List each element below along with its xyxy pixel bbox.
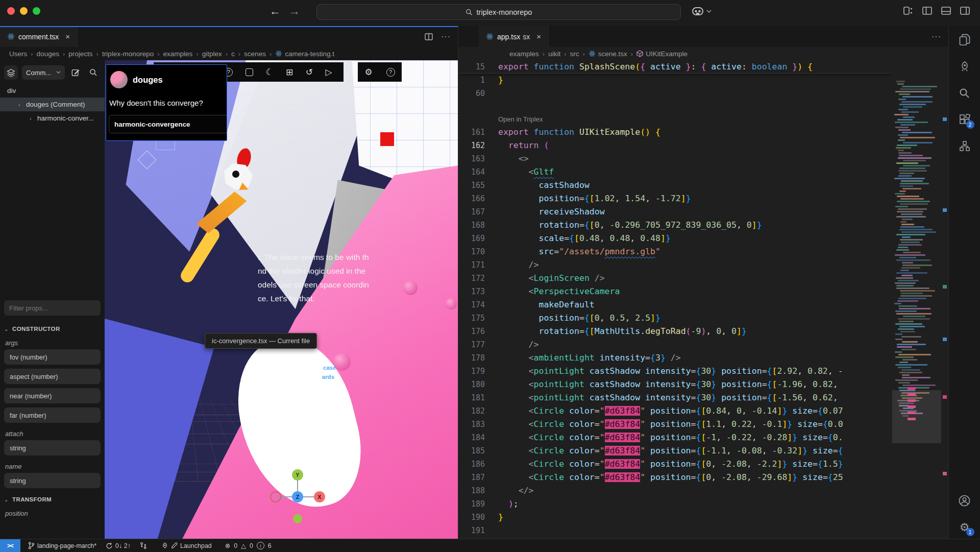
minimap-slider[interactable] — [892, 390, 941, 443]
split-editor-icon[interactable] — [425, 33, 433, 40]
customize-layout-icon[interactable] — [903, 7, 913, 15]
code-line[interactable]: 161export function UIKitExample() { — [458, 126, 892, 139]
minimize-window-button[interactable] — [20, 7, 28, 15]
code-line[interactable]: 167 receiveShadow — [458, 205, 892, 219]
zoom-window-button[interactable] — [33, 7, 40, 15]
code-line[interactable]: 189 ); — [458, 497, 892, 511]
code-line[interactable]: 163 <> — [458, 152, 892, 165]
comment-popup[interactable]: douges Why doesn't this converge? harmon… — [106, 64, 227, 141]
new-comment-button[interactable] — [69, 65, 83, 80]
breadcrumb-item[interactable]: Users — [9, 50, 27, 58]
code-line[interactable]: 182 <Circle color="#d63f84" position={[0… — [458, 404, 892, 418]
grid-icon[interactable]: ⊞ — [286, 67, 293, 77]
references-button[interactable] — [958, 139, 971, 153]
prop-field-far-number-[interactable]: far (number) — [4, 407, 101, 423]
code-line[interactable]: 170 src="/assets/pmndrs.glb" — [458, 245, 892, 258]
code-line[interactable]: 166 position={[1.02, 1.54, -1.72]} — [458, 192, 892, 205]
code-line[interactable]: 185 <Circle color="#d63f84" position={[-… — [458, 444, 892, 458]
tree-item-div[interactable]: div — [0, 84, 105, 98]
code-editor[interactable]: 15export function SplashScene({ active }… — [458, 60, 892, 539]
frame-icon[interactable] — [246, 68, 253, 76]
axis-y[interactable]: Y — [292, 469, 303, 481]
breadcrumb-item[interactable]: gitplex — [202, 50, 222, 58]
scene-viewport[interactable]: ↺▷⚙?☾⊞↺▷ ⚙? douges Why doesn't this conv… — [105, 60, 458, 539]
remote-indicator[interactable]: >< — [0, 539, 20, 552]
sticky-code-line[interactable]: 15export function SplashScene({ active }… — [458, 60, 892, 74]
code-line[interactable]: 191 — [458, 524, 892, 537]
code-line[interactable]: 172 <LoginScreen /> — [458, 272, 892, 285]
code-line[interactable]: 162 return ( — [458, 139, 892, 152]
breadcrumb-item[interactable]: c — [231, 50, 235, 58]
code-line[interactable]: 176 rotation={[MathUtils.degToRad(-9), 0… — [458, 325, 892, 338]
toggle-panel-icon[interactable] — [941, 7, 951, 15]
breadcrumb-item[interactable]: examples — [509, 50, 539, 58]
extensions-button[interactable]: 2 — [958, 113, 971, 126]
toggle-secondary-sidebar-icon[interactable] — [960, 7, 970, 15]
code-line[interactable]: 173 <PerspectiveCamera — [458, 285, 892, 298]
axis-gizmo[interactable]: Y X Z — [267, 466, 328, 527]
play-icon[interactable]: ▷ — [326, 67, 332, 77]
code-line[interactable]: 165 castShadow — [458, 179, 892, 192]
prop-field-fov-number-[interactable]: fov (number) — [4, 349, 101, 365]
more-actions-icon[interactable]: ··· — [932, 32, 941, 41]
profile-menu[interactable] — [691, 6, 712, 17]
breadcrumb-item[interactable]: scenes — [244, 50, 266, 58]
forward-button[interactable]: → — [289, 5, 300, 18]
comment-file-chip[interactable]: harmonic-convergence — [109, 115, 227, 133]
search-button[interactable] — [958, 86, 971, 100]
code-line[interactable]: 60 — [458, 87, 892, 100]
search-scene-button[interactable] — [87, 65, 101, 80]
code-line[interactable]: 183 <Circle color="#d63f84" position={[1… — [458, 418, 892, 431]
code-line[interactable]: 177 /> — [458, 338, 892, 351]
close-tab-icon[interactable]: × — [536, 32, 541, 41]
section-header-transform[interactable]: ⌄TRANSFORM — [4, 492, 101, 507]
back-button[interactable]: ← — [270, 5, 281, 18]
code-line[interactable]: 186 <Circle color="#d63f84" position={[0… — [458, 458, 892, 471]
breadcrumb-item[interactable]: uikit — [548, 50, 560, 58]
tab-comment-tsx[interactable]: comment.tsx × — [0, 26, 78, 47]
filter-props-input[interactable] — [9, 304, 95, 312]
code-line[interactable]: 180 <pointLight castShadow intensity={30… — [458, 378, 892, 391]
layers-button[interactable] — [4, 65, 18, 80]
code-line[interactable]: 1} — [458, 74, 892, 87]
axis-x-negative[interactable] — [270, 491, 281, 502]
problems-item[interactable]: ⊗ 0 △ 0 i 6 — [220, 539, 276, 552]
chevron-right-icon[interactable]: › — [30, 115, 35, 122]
code-line[interactable]: 181 <pointLight castShadow intensity={30… — [458, 391, 892, 404]
project-search-bar[interactable]: triplex-monorepo — [316, 4, 681, 20]
compare-item[interactable] — [135, 539, 152, 552]
code-line[interactable]: 184 <Circle color="#d63f84" position={[-… — [458, 431, 892, 444]
launch-button[interactable] — [958, 60, 971, 73]
branch-item[interactable]: landing-page-march* — [23, 539, 101, 552]
toggle-primary-sidebar-icon[interactable] — [922, 7, 932, 15]
component-selector[interactable]: Comm... — [22, 65, 65, 80]
filter-props-box[interactable] — [4, 300, 101, 316]
prop-field-string[interactable]: string — [4, 473, 101, 488]
prop-field-aspect-number-[interactable]: aspect (number) — [4, 369, 101, 384]
code-line[interactable]: 188 </> — [458, 484, 892, 497]
breadcrumb-item[interactable]: examples — [163, 50, 193, 58]
code-line[interactable]: 174 makeDefault — [458, 298, 892, 311]
code-line[interactable]: 169 scale={[0.48, 0.48, 0.48]} — [458, 232, 892, 245]
account-button[interactable] — [958, 494, 971, 507]
axis-y-negative[interactable] — [293, 514, 302, 523]
help-icon[interactable]: ? — [386, 68, 395, 77]
launchpad-item[interactable]: Launchpad — [157, 539, 216, 552]
chevron-right-icon[interactable]: › — [18, 102, 23, 108]
code-line[interactable]: 187 <Circle color="#d63f84" position={[0… — [458, 471, 892, 484]
overview-ruler[interactable] — [941, 60, 948, 539]
moon-icon[interactable]: ☾ — [265, 67, 273, 77]
pages-button[interactable] — [958, 33, 971, 46]
section-header-constructor[interactable]: ⌄CONSTRUCTOR — [4, 322, 101, 336]
code-line[interactable]: 164 <Gltf — [458, 165, 892, 179]
prop-field-near-number-[interactable]: near (number) — [4, 388, 101, 403]
breadcrumb-item[interactable]: scene.tsx — [589, 50, 627, 58]
undo-icon[interactable]: ↺ — [306, 67, 313, 77]
code-line[interactable]: 179 <pointLight castShadow intensity={30… — [458, 365, 892, 378]
close-tab-icon[interactable]: × — [65, 32, 70, 41]
breadcrumb-item[interactable]: douges — [37, 50, 59, 58]
code-line[interactable]: 178 <ambientLight intensity={3} /> — [458, 351, 892, 365]
codelens-open-in-triplex[interactable]: Open in Triplex — [458, 113, 892, 126]
breadcrumb-item[interactable]: camera-testing.t — [275, 50, 334, 58]
axis-z[interactable]: Z — [292, 491, 303, 502]
